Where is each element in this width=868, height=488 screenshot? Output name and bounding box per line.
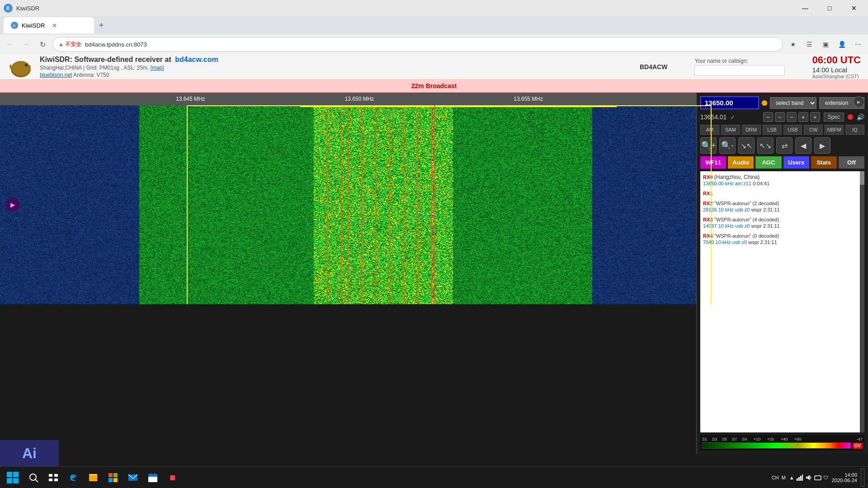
tab-users[interactable]: Users (783, 156, 809, 169)
tab-stats[interactable]: Stats (811, 156, 837, 169)
new-tab-button[interactable]: + (94, 18, 108, 33)
secondary-frequency: 13654.01 (700, 113, 726, 121)
taskbar-clock: 14:00 (832, 472, 857, 478)
svg-rect-7 (7, 478, 12, 483)
scroll-thumb[interactable] (860, 171, 864, 185)
header-subtitle: ShangHai,CHINA | Grid: PM01sg , ASL: 25m… (40, 65, 218, 71)
signal-labels: S1 S3 S5 S7 S9 +10 +20 +40 +60 -47 (702, 437, 863, 441)
address-text: bd4acw.tpddns.cn:8073 (85, 41, 147, 48)
address-bar[interactable]: ▲ 不安全 bd4acw.tpddns.cn:8073 (52, 37, 783, 52)
chevron-up-icon[interactable]: ▲ (789, 475, 794, 480)
user-rx4: RX4 "WSPR-autorun" (0 decoded) 7040.10 k… (703, 233, 862, 245)
store-icon[interactable] (105, 469, 121, 486)
mode-nbfm[interactable]: NBFM (825, 125, 844, 135)
site-link[interactable]: bd4acw.com (175, 56, 218, 63)
reading-list-button[interactable]: ☰ (803, 38, 816, 51)
mode-am[interactable]: AM (700, 125, 719, 135)
tab-agc[interactable]: AGC (755, 156, 781, 169)
frequency-input[interactable] (700, 96, 759, 109)
svg-point-3 (12, 61, 30, 75)
maximize-button[interactable]: □ (819, 1, 840, 15)
svg-line-10 (35, 479, 38, 482)
zoom-minus-3[interactable]: − (787, 112, 797, 122)
expand-button[interactable]: ↖↘ (757, 137, 774, 154)
mode-lsb[interactable]: LSB (763, 125, 782, 135)
callsign-input[interactable] (694, 65, 785, 76)
svg-point-9 (30, 474, 36, 480)
user-rx1: RX1 (703, 190, 862, 197)
system-tray: ▲ 🛡 (789, 474, 828, 481)
browser-tab[interactable]: K KiwiSDR ✕ (4, 17, 94, 33)
compress-button[interactable]: ↘↖ (738, 137, 755, 154)
map-link[interactable]: [map] (151, 65, 164, 71)
close-button[interactable]: ✕ (844, 1, 864, 15)
taskview-icon[interactable] (45, 469, 61, 486)
tab-wf11[interactable]: WF11 (700, 156, 726, 169)
callsign-display: BD4ACW (640, 63, 667, 70)
tab-audio[interactable]: Audio (728, 156, 754, 169)
stream-button[interactable]: ▶ (854, 96, 864, 107)
svg-rect-23 (148, 474, 157, 477)
rx0-freq-link[interactable]: 13650.00 kHz am z11 (703, 181, 751, 186)
mail-icon[interactable] (125, 469, 141, 486)
reload-button[interactable]: ↻ (36, 38, 49, 51)
svg-rect-12 (54, 474, 58, 477)
mode-buttons-row: AM SAM DRM LSB USB CW NBFM IQ (700, 125, 864, 135)
taskbar-time[interactable]: 14:00 2020-06-24 (832, 472, 857, 483)
mode-sam[interactable]: SAM (721, 125, 740, 135)
play-button[interactable]: ▶ (5, 197, 20, 212)
sound-icon (805, 474, 812, 481)
svg-rect-28 (800, 476, 802, 481)
tab-close-button[interactable]: ✕ (52, 22, 57, 29)
mode-usb[interactable]: USB (783, 125, 802, 135)
edge-icon[interactable] (65, 469, 81, 486)
search-taskbar-icon[interactable] (25, 469, 42, 486)
calendar-icon[interactable] (145, 469, 161, 486)
files-icon[interactable] (85, 469, 101, 486)
zoom-plus-1[interactable]: + (798, 112, 808, 122)
rx3-freq-link[interactable]: 14097.10 kHz usb z0 (703, 223, 750, 229)
broadcast-banner: 22m Broadcast (0, 80, 868, 93)
svg-rect-19 (108, 478, 113, 482)
rx4-freq-link[interactable]: 7040.10 kHz usb z0 (703, 239, 747, 245)
antenna-user-link[interactable]: bluebison.net (40, 72, 72, 78)
zoom-minus-2[interactable]: − (775, 112, 785, 122)
minimize-button[interactable]: — (795, 1, 816, 15)
select-band-dropdown[interactable]: select band (770, 97, 816, 109)
swap-button[interactable]: ⇄ (776, 137, 793, 154)
profile-button[interactable]: 👤 (835, 38, 848, 51)
utc-time: 06:00 UTC (812, 54, 861, 66)
prev-button[interactable]: ◀ (795, 137, 811, 154)
tab-off[interactable]: Off (839, 156, 864, 169)
notifications-button[interactable] (861, 469, 864, 487)
mode-iq[interactable]: IQ (845, 125, 864, 135)
title-bar: K KiwiSDR — □ ✕ (0, 0, 868, 16)
local-time: 14:00 Local (812, 66, 861, 74)
zoom-plus-2[interactable]: + (810, 112, 820, 122)
zoom-minus-1[interactable]: − (763, 112, 773, 122)
svg-rect-13 (49, 479, 52, 481)
svg-rect-20 (113, 478, 118, 482)
start-button[interactable] (4, 469, 22, 487)
menu-button[interactable]: ⋯ (852, 38, 864, 51)
orange-indicator (762, 100, 767, 106)
zoom-in-button[interactable]: 🔍+ (700, 137, 717, 154)
freq-row2: 13654.01 ✓ − − − + + Spec 🔊 (700, 112, 864, 122)
users-panel[interactable]: RX0 (Hangzhou, China) 13650.00 kHz am z1… (700, 171, 864, 432)
mode-cw[interactable]: CW (804, 125, 823, 135)
spec-button[interactable]: Spec (824, 113, 844, 122)
browser-icon: K (4, 4, 13, 13)
svg-rect-11 (49, 474, 52, 477)
forward-button[interactable]: → (20, 38, 33, 51)
header-antenna-row: bluebison.net Antenna: V750 (40, 72, 218, 78)
mode-drm[interactable]: DRM (742, 125, 761, 135)
zoom-out-button[interactable]: 🔍- (719, 137, 736, 154)
next-button[interactable]: ▶ (814, 137, 830, 154)
svg-text:K: K (13, 23, 16, 28)
freq-center: 13.650 MHz (345, 96, 374, 102)
app5-icon[interactable]: ■ (165, 469, 181, 486)
back-button[interactable]: ← (4, 38, 16, 51)
rx2-freq-link[interactable]: 28126.10 kHz usb z0 (703, 207, 750, 212)
bookmark-star-button[interactable]: ★ (787, 38, 799, 51)
collections-button[interactable]: ▣ (819, 38, 832, 51)
